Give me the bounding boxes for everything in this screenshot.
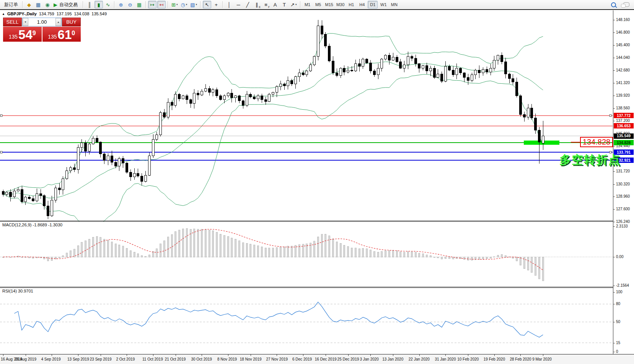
timeframe-mn[interactable]: MN (389, 1, 399, 8)
zoom-in-icon[interactable]: ⊕ (117, 1, 125, 8)
bollinger-bands (3, 33, 543, 222)
timeframe-m15[interactable]: M15 (324, 1, 334, 8)
date-tick-mark (78, 354, 78, 356)
panel-divider[interactable] (0, 221, 634, 221)
bid-price-point: 9 (33, 27, 36, 40)
add-indicator-icon-glyph: ⊞ (171, 2, 176, 8)
channel-icon[interactable]: ∥E (253, 1, 261, 8)
collapse-icon[interactable]: ▲ (2, 12, 5, 16)
rsi-scale-label: 50 (616, 320, 620, 324)
buy-button[interactable]: BUY (62, 18, 81, 26)
label-icon[interactable]: T (280, 1, 288, 8)
zoom-out-icon[interactable]: ⊖ (126, 1, 134, 8)
date-label: 4 Sep 2019 (41, 357, 60, 361)
price-tick: 142.680 (616, 68, 630, 72)
vline-icon[interactable]: │ (225, 1, 233, 8)
price-badge: 134.828 (614, 140, 634, 145)
timeframe-h1[interactable]: H1 (346, 1, 356, 8)
line-handle[interactable] (0, 151, 2, 153)
macd-scale-label: 0.00 (616, 255, 623, 259)
dropdown-caret-icon[interactable]: ▾ (196, 3, 197, 6)
autotrading-button[interactable]: ▶自动交易 (52, 1, 81, 8)
rsi-panel[interactable] (0, 288, 613, 354)
dropdown-caret-icon[interactable]: ▾ (295, 3, 297, 6)
date-axis[interactable]: 16 Aug 201926 Aug 20194 Sep 201913 Sep 2… (0, 354, 634, 364)
date-label: 6 Dec 2019 (292, 357, 312, 361)
label-icon-glyph: T (283, 2, 286, 8)
timeframe-h4[interactable]: H4 (357, 1, 367, 8)
panel-divider[interactable] (0, 287, 634, 287)
crosshair-icon[interactable]: + (212, 1, 220, 8)
add-indicator-icon[interactable]: ⊞▾ (170, 1, 179, 8)
rsi-scale-label: 80 (616, 302, 620, 306)
price-axis[interactable]: 148.160146.800145.400144.040142.680141.3… (613, 10, 634, 354)
ohlc-close: 135.549 (91, 11, 107, 16)
timeframe-d1[interactable]: D1 (368, 1, 378, 8)
horizontal-lines[interactable] (0, 115, 613, 160)
text-icon[interactable]: A (271, 1, 279, 8)
price-tick-mark (613, 108, 615, 109)
timeframe-m30[interactable]: M30 (335, 1, 346, 8)
date-tick-mark (153, 354, 153, 356)
price-tick: 148.160 (616, 18, 630, 22)
turning-point-annotation[interactable]: 多空转折点 (559, 152, 621, 168)
hline-icon[interactable]: ─ (234, 1, 243, 8)
dropdown-caret-icon[interactable]: ▾ (176, 3, 178, 6)
price-tick: 139.920 (616, 93, 630, 98)
price-tick-mark (613, 58, 615, 58)
auto-scroll-icon[interactable]: ↦ (148, 1, 156, 8)
rsi-line (14, 302, 543, 337)
chat-icon[interactable] (622, 1, 631, 8)
volume-up-icon[interactable]: ▲ (55, 18, 61, 26)
search-icon[interactable] (609, 1, 618, 8)
volume-stepper[interactable]: ▼ 1.00 ▲ (22, 18, 62, 26)
date-tick-mark (251, 354, 251, 356)
price-tick-mark (613, 197, 615, 197)
highlight-bar[interactable] (524, 141, 559, 145)
date-label: 31 Jan 2020 (435, 357, 456, 361)
dropdown-caret-icon[interactable]: ▾ (186, 3, 187, 6)
volume-input[interactable]: 1.00 (28, 19, 55, 25)
price-tick: 137.200 (616, 119, 630, 123)
timeframe-m1[interactable]: M1 (303, 1, 313, 8)
price-callout-box[interactable]: 134.828 (580, 137, 613, 147)
line-handle[interactable] (0, 115, 2, 117)
date-tick-mark (26, 354, 26, 356)
market-watch-icon-glyph: ◉ (45, 2, 49, 8)
price-tick-mark (613, 222, 615, 222)
chart-shift-icon[interactable]: ↤ (157, 1, 166, 8)
macd-panel[interactable] (0, 222, 613, 287)
price-tick-mark (613, 146, 615, 146)
new-chart-icon[interactable]: ◆ (25, 1, 33, 8)
price-badge: 137.772 (614, 113, 634, 118)
timeframe-m5[interactable]: M5 (313, 1, 323, 8)
trendline-icon[interactable]: ╱ (243, 1, 252, 8)
macd-label: MACD(12,26,9) -1.8689 -1.3030 (2, 223, 62, 227)
sell-button[interactable]: SELL (3, 18, 22, 26)
sub-letter: F (268, 6, 270, 8)
cursor-icon[interactable]: ↖ (203, 1, 211, 8)
volume-down-icon[interactable]: ▼ (23, 18, 28, 26)
price-tick-mark (613, 20, 615, 20)
bar-chart-icon[interactable]: ║ (85, 1, 94, 8)
tile-windows-icon[interactable]: ▦ (135, 1, 143, 8)
fibonacci-icon[interactable]: ≡F (262, 1, 270, 8)
line-chart-icon[interactable]: ∿ (104, 1, 112, 8)
price-tick: 144.040 (616, 55, 630, 60)
periods-icon[interactable]: ◷▾ (179, 1, 188, 8)
templates-icon[interactable]: ▧▾ (189, 1, 198, 8)
date-label: 25 Dec 2019 (337, 357, 359, 361)
timeframe-w1[interactable]: W1 (378, 1, 388, 8)
templates-icon-glyph: ▧ (190, 2, 195, 8)
date-tick-mark (52, 354, 52, 356)
new-order-button[interactable]: 新订单 (2, 1, 20, 8)
bid-price-display[interactable]: 135 54 9 (3, 27, 42, 42)
arrows-icon[interactable]: ↗▾ (289, 1, 298, 8)
date-label: 9 Mar 2020 (532, 357, 552, 361)
profiles-icon[interactable]: ▦ (34, 1, 42, 8)
price-chart[interactable] (0, 17, 613, 222)
line-handle[interactable] (610, 115, 611, 117)
market-watch-icon[interactable]: ◉ (43, 1, 52, 8)
ask-price-display[interactable]: 135 61 0 (42, 27, 81, 42)
candlestick-icon[interactable]: ▮ (95, 1, 103, 8)
